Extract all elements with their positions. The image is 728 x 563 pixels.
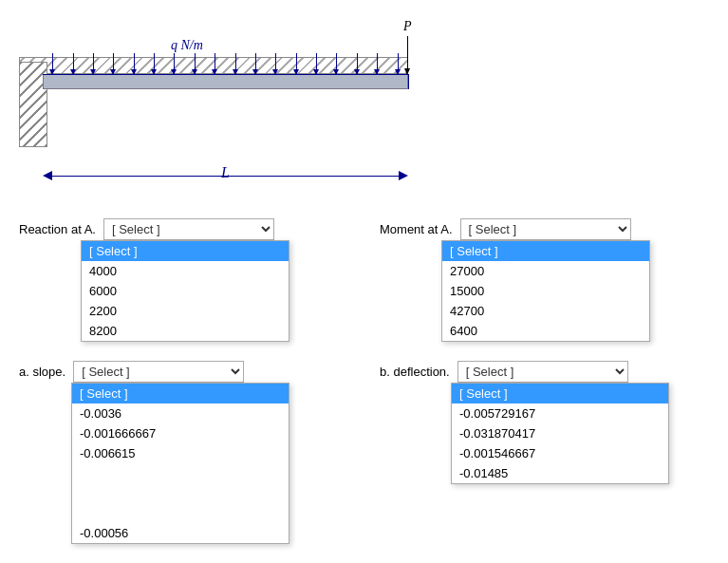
deflection-label: b. deflection.	[380, 365, 450, 379]
slope-option-blank1[interactable]	[72, 463, 289, 483]
moment-row: Moment at A. [ Select ] 27000 15000 4270…	[380, 218, 631, 240]
moment-option-select[interactable]: [ Select ]	[442, 241, 649, 261]
load-arrow-12	[275, 53, 276, 74]
dim-arrow-left	[43, 171, 52, 180]
load-arrow-2	[73, 53, 74, 74]
point-load-label: P	[403, 19, 412, 34]
slope-option-1[interactable]: -0.0036	[72, 403, 289, 423]
slope-option-4[interactable]: -0.00056	[72, 523, 289, 543]
moment-select[interactable]: [ Select ] 27000 15000 42700 6400	[460, 218, 631, 240]
load-arrows	[43, 49, 408, 74]
moment-option-42700[interactable]: 42700	[442, 301, 649, 321]
reaction-group: Reaction at A. [ Select ] 4000 6000 2200…	[19, 218, 274, 342]
beam-right-line	[408, 74, 409, 89]
moment-group: Moment at A. [ Select ] 27000 15000 4270…	[380, 218, 631, 342]
deflection-option-select[interactable]: [ Select ]	[452, 384, 668, 403]
deflection-row: b. deflection. [ Select ] -0.005729167 -…	[380, 361, 628, 383]
slope-option-blank2[interactable]	[72, 483, 289, 503]
deflection-group: b. deflection. [ Select ] -0.005729167 -…	[380, 361, 628, 484]
load-arrow-7	[174, 53, 175, 74]
slope-option-select[interactable]: [ Select ]	[72, 384, 289, 403]
reaction-row: Reaction at A. [ Select ] 4000 6000 2200…	[19, 218, 274, 240]
beam-diagram: q N/m P L	[19, 9, 418, 199]
reaction-dropdown-open: [ Select ] 4000 6000 2200 8200	[81, 240, 289, 342]
deflection-option-2[interactable]: -0.031870417	[452, 423, 668, 443]
reaction-select[interactable]: [ Select ] 4000 6000 2200 8200	[103, 218, 274, 240]
reaction-option-8200[interactable]: 8200	[82, 321, 289, 341]
dimension-line: L	[43, 171, 408, 180]
load-arrow-14	[316, 53, 317, 74]
load-arrow-9	[215, 53, 215, 74]
deflection-dropdown-open: [ Select ] -0.005729167 -0.031870417 -0.…	[451, 383, 669, 484]
point-load-arrow	[407, 36, 408, 74]
dimension-label: L	[221, 164, 230, 181]
beam	[43, 74, 408, 89]
dim-arrow-right	[399, 171, 408, 180]
load-arrow-8	[195, 53, 196, 74]
deflection-option-4[interactable]: -0.01485	[452, 463, 668, 483]
load-arrow-4	[113, 53, 114, 74]
reaction-option-2200[interactable]: 2200	[82, 301, 289, 321]
slope-dropdown-open: [ Select ] -0.0036 -0.001666667 -0.00661…	[71, 383, 289, 544]
slope-row: a. slope. [ Select ] -0.0036 -0.00166666…	[19, 361, 244, 383]
moment-dropdown-open: [ Select ] 27000 15000 42700 6400	[441, 240, 650, 342]
load-arrow-15	[336, 53, 337, 74]
slope-option-3[interactable]: -0.006615	[72, 443, 289, 463]
deflection-option-3[interactable]: -0.001546667	[452, 443, 668, 463]
moment-label: Moment at A.	[380, 222, 453, 236]
moment-option-6400[interactable]: 6400	[442, 321, 649, 341]
load-arrow-16	[357, 53, 358, 74]
reaction-option-select[interactable]: [ Select ]	[82, 241, 289, 261]
slope-option-blank3[interactable]	[72, 503, 289, 523]
load-arrow-1	[52, 53, 53, 74]
load-arrow-5	[134, 53, 135, 74]
reaction-label: Reaction at A.	[19, 222, 96, 236]
dim-line: L	[52, 176, 399, 177]
reaction-option-4000[interactable]: 4000	[82, 261, 289, 281]
slope-label: a. slope.	[19, 365, 65, 379]
load-arrow-10	[235, 53, 236, 74]
moment-option-27000[interactable]: 27000	[442, 261, 649, 281]
load-arrow-18	[398, 53, 399, 74]
moment-option-15000[interactable]: 15000	[442, 281, 649, 301]
load-arrow-3	[93, 53, 94, 74]
slope-group: a. slope. [ Select ] -0.0036 -0.00166666…	[19, 361, 244, 544]
point-load: P	[403, 19, 412, 74]
slope-option-2[interactable]: -0.001666667	[72, 423, 289, 443]
load-arrow-17	[377, 53, 378, 74]
reaction-option-6000[interactable]: 6000	[82, 281, 289, 301]
slope-select[interactable]: [ Select ] -0.0036 -0.001666667 -0.00661…	[73, 361, 244, 383]
load-arrow-13	[296, 53, 297, 74]
load-arrow-6	[154, 53, 155, 74]
deflection-select[interactable]: [ Select ] -0.005729167 -0.031870417 -0.…	[457, 361, 628, 383]
load-arrow-11	[255, 53, 256, 74]
deflection-option-1[interactable]: -0.005729167	[452, 403, 668, 423]
